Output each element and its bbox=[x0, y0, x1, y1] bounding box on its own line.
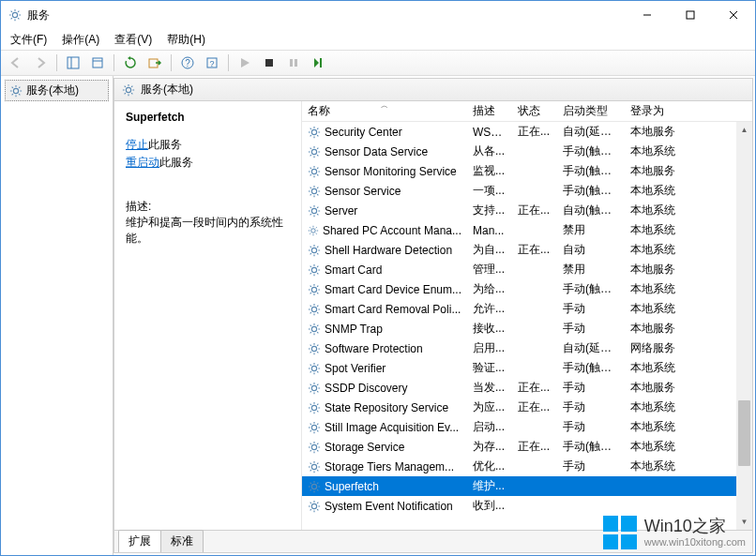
row-startup: 禁用 bbox=[557, 222, 625, 238]
description-text: 维护和提高一段时间内的系统性能。 bbox=[126, 215, 290, 247]
properties-button[interactable] bbox=[86, 52, 109, 74]
tree-node-label: 服务(本地) bbox=[26, 83, 79, 98]
row-startup: 手动 bbox=[557, 380, 625, 396]
scroll-up-icon[interactable]: ▲ bbox=[736, 122, 752, 138]
column-header-desc[interactable]: 描述 bbox=[467, 103, 512, 119]
service-row[interactable]: Sensor Data Service从各...手动(触发...本地系统 bbox=[302, 142, 752, 161]
maximize-button[interactable] bbox=[669, 1, 712, 29]
svg-point-33 bbox=[311, 385, 316, 390]
vertical-scrollbar[interactable]: ▲ ▼ bbox=[736, 122, 752, 530]
row-desc: 收到... bbox=[467, 498, 512, 514]
service-row[interactable]: Server支持...正在...自动(触发...本地系统 bbox=[302, 201, 752, 220]
row-name: Shell Hardware Detection bbox=[325, 244, 452, 257]
service-row[interactable]: Smart Card Removal Poli...允许...手动本地系统 bbox=[302, 299, 752, 319]
gear-icon bbox=[308, 401, 321, 414]
svg-text:?: ? bbox=[185, 58, 190, 68]
service-row[interactable]: Still Image Acquisition Ev...启动...手动本地系统 bbox=[302, 417, 752, 437]
menu-help[interactable]: 帮助(H) bbox=[167, 32, 205, 48]
row-desc: 当发... bbox=[467, 380, 512, 396]
service-row[interactable]: Software Protection启用...自动(延迟...网络服务 bbox=[302, 338, 752, 358]
row-name: Storage Service bbox=[325, 441, 404, 454]
windows-logo-icon bbox=[603, 516, 637, 549]
right-header-label: 服务(本地) bbox=[141, 82, 193, 98]
service-row[interactable]: Shared PC Account Mana...Man...禁用本地系统 bbox=[302, 220, 752, 240]
toolbar: ? ? bbox=[1, 50, 755, 76]
svg-rect-7 bbox=[93, 58, 102, 68]
menu-action[interactable]: 操作(A) bbox=[62, 32, 99, 48]
row-logon: 本地服务 bbox=[625, 124, 690, 140]
tree-node-services-local[interactable]: 服务(本地) bbox=[5, 80, 109, 101]
row-logon: 本地系统 bbox=[625, 360, 690, 376]
scroll-thumb[interactable] bbox=[738, 400, 750, 466]
row-name: System Event Notification bbox=[325, 500, 453, 513]
tree-pane: 服务(本地) bbox=[1, 76, 113, 555]
row-logon: 本地服务 bbox=[625, 321, 690, 337]
service-row[interactable]: Sensor Service一项...手动(触发...本地系统 bbox=[302, 181, 752, 201]
menu-view[interactable]: 查看(V) bbox=[114, 32, 152, 48]
row-name: Software Protection bbox=[325, 342, 423, 355]
service-row[interactable]: Storage Service为存...正在...手动(触发...本地系统 bbox=[302, 437, 752, 457]
column-header-logon[interactable]: 登录为 bbox=[625, 103, 690, 119]
menubar: 文件(F) 操作(A) 查看(V) 帮助(H) bbox=[1, 29, 755, 50]
refresh-button[interactable] bbox=[119, 52, 142, 74]
service-row[interactable]: Sensor Monitoring Service监视...手动(触发...本地… bbox=[302, 161, 752, 181]
service-row[interactable]: Storage Tiers Managem...优化...手动本地系统 bbox=[302, 457, 752, 476]
row-desc: 支持... bbox=[467, 203, 512, 218]
row-desc: 为自... bbox=[467, 242, 512, 258]
row-logon: 本地系统 bbox=[625, 281, 690, 297]
export-list-button[interactable] bbox=[144, 52, 166, 74]
row-startup: 手动(触发... bbox=[557, 163, 625, 179]
restart-link[interactable]: 重启动 bbox=[126, 156, 159, 169]
stop-service-button[interactable] bbox=[258, 52, 280, 74]
svg-point-34 bbox=[311, 405, 316, 410]
minimize-button[interactable] bbox=[626, 1, 669, 29]
svg-rect-17 bbox=[320, 58, 322, 68]
row-name: SNMP Trap bbox=[325, 323, 383, 336]
svg-point-29 bbox=[311, 307, 316, 311]
row-logon: 本地系统 bbox=[625, 242, 690, 258]
tab-extended[interactable]: 扩展 bbox=[118, 530, 161, 552]
service-row[interactable]: Smart Card管理...禁用本地服务 bbox=[302, 260, 752, 279]
row-desc: 启动... bbox=[467, 419, 512, 435]
right-header: 服务(本地) bbox=[114, 79, 752, 101]
service-row[interactable]: Shell Hardware Detection为自...正在...自动本地系统 bbox=[302, 240, 752, 260]
service-row[interactable]: Security CenterWSC...正在...自动(延迟...本地服务 bbox=[302, 122, 752, 142]
service-row[interactable]: System Event Notification收到... bbox=[302, 496, 752, 516]
service-row[interactable]: Smart Card Device Enum...为给...手动(触发...本地… bbox=[302, 279, 752, 299]
row-startup: 自动(延迟... bbox=[557, 340, 625, 356]
stop-link[interactable]: 停止 bbox=[126, 138, 148, 151]
column-header-startup[interactable]: 启动类型 bbox=[557, 103, 625, 119]
service-row[interactable]: State Repository Service为应...正在...手动本地系统 bbox=[302, 398, 752, 417]
scroll-track[interactable] bbox=[736, 138, 752, 514]
service-row[interactable]: Spot Verifier验证...手动(触发...本地系统 bbox=[302, 358, 752, 378]
service-row[interactable]: Superfetch维护... bbox=[302, 476, 752, 496]
restart-service-button[interactable] bbox=[307, 52, 329, 74]
tab-standard[interactable]: 标准 bbox=[160, 530, 204, 552]
sort-indicator-icon: ︿ bbox=[381, 100, 388, 111]
row-name: State Repository Service bbox=[325, 401, 448, 414]
row-startup: 手动 bbox=[557, 399, 625, 415]
close-button[interactable] bbox=[712, 1, 755, 29]
service-row[interactable]: SNMP Trap接收...手动本地服务 bbox=[302, 319, 752, 338]
row-startup: 禁用 bbox=[557, 262, 625, 278]
row-name: Smart Card Device Enum... bbox=[325, 283, 461, 296]
row-name: Security Center bbox=[325, 126, 402, 139]
help-button[interactable]: ? bbox=[176, 52, 199, 74]
column-header-status[interactable]: 状态 bbox=[512, 103, 557, 119]
menu-file[interactable]: 文件(F) bbox=[10, 32, 47, 48]
service-row[interactable]: SSDP Discovery当发...正在...手动本地服务 bbox=[302, 378, 752, 398]
nav-forward-button bbox=[29, 52, 52, 74]
gear-icon bbox=[308, 323, 321, 336]
row-startup: 手动(触发... bbox=[557, 183, 625, 199]
svg-point-36 bbox=[311, 444, 316, 449]
row-logon: 本地系统 bbox=[625, 183, 690, 199]
help2-button[interactable]: ? bbox=[201, 52, 223, 74]
pause-service-button bbox=[282, 52, 305, 74]
gear-icon bbox=[308, 342, 321, 355]
selected-service-name: Superfetch bbox=[126, 111, 290, 124]
row-desc: 为存... bbox=[467, 439, 512, 455]
svg-text:?: ? bbox=[209, 59, 214, 68]
row-startup: 手动(触发... bbox=[557, 360, 625, 376]
row-logon: 本地系统 bbox=[625, 399, 690, 415]
show-hide-tree-button[interactable] bbox=[62, 52, 84, 74]
